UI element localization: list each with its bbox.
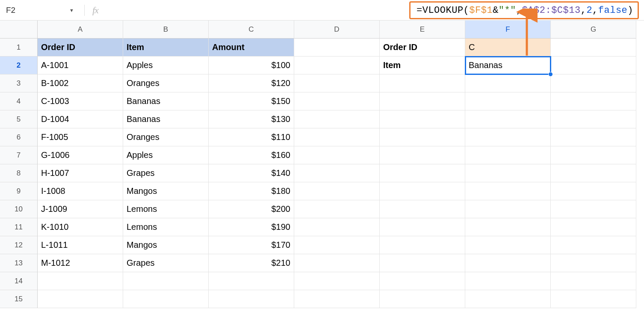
row-header-10[interactable]: 10 [0,200,38,218]
cell[interactable] [294,218,380,236]
cell[interactable] [465,128,551,146]
lookup-label-item[interactable]: Item [380,56,465,74]
column-header-D[interactable]: D [294,21,380,39]
cell-order-id[interactable]: B-1002 [38,74,123,92]
cell[interactable] [209,290,294,308]
row-header-3[interactable]: 3 [0,74,38,92]
row-header-15[interactable]: 15 [0,290,38,308]
cell-amount[interactable]: $150 [209,92,294,110]
cell[interactable] [465,182,551,200]
row-header-4[interactable]: 4 [0,92,38,110]
column-header-C[interactable]: C [209,21,294,39]
row-header-13[interactable]: 13 [0,254,38,272]
cell[interactable] [294,236,380,254]
column-header-B[interactable]: B [123,21,209,39]
column-header-G[interactable]: G [551,21,636,39]
cell[interactable] [294,272,380,290]
cell-order-id[interactable]: M-1012 [38,254,123,272]
cell[interactable] [380,74,465,92]
cell[interactable] [294,110,380,128]
row-header-14[interactable]: 14 [0,272,38,290]
cell-order-id[interactable]: D-1004 [38,110,123,128]
lookup-input-value[interactable]: C [465,39,551,56]
cell-amount[interactable]: $190 [209,218,294,236]
name-box-dropdown-icon[interactable]: ▼ [69,8,74,13]
row-header-5[interactable]: 5 [0,110,38,128]
cell[interactable] [294,74,380,92]
row-header-1[interactable]: 1 [0,39,38,56]
cell[interactable] [551,92,636,110]
cell[interactable] [465,74,551,92]
header-item[interactable]: Item [123,39,209,56]
cell[interactable] [465,272,551,290]
cell-item[interactable]: Oranges [123,74,209,92]
cell[interactable] [294,290,380,308]
cell[interactable] [294,254,380,272]
row-header-11[interactable]: 11 [0,218,38,236]
cell[interactable] [294,146,380,164]
cell[interactable] [380,164,465,182]
cell[interactable] [551,164,636,182]
spreadsheet-grid[interactable]: ABCDEFG1Order IDItemAmountOrder IDC2A-10… [0,21,644,308]
cell[interactable] [380,236,465,254]
cell-amount[interactable]: $110 [209,128,294,146]
cell-amount[interactable]: $100 [209,56,294,74]
cell-amount[interactable]: $170 [209,236,294,254]
cell[interactable] [465,92,551,110]
cell-order-id[interactable]: G-1006 [38,146,123,164]
cell[interactable] [123,272,209,290]
cell[interactable] [294,92,380,110]
cell[interactable] [294,39,380,56]
select-all-corner[interactable] [0,21,38,39]
cell-order-id[interactable]: A-1001 [38,56,123,74]
cell-amount[interactable]: $180 [209,182,294,200]
cell-item[interactable]: Apples [123,56,209,74]
cell[interactable] [294,128,380,146]
cell-order-id[interactable]: I-1008 [38,182,123,200]
cell-order-id[interactable]: F-1005 [38,128,123,146]
selection-handle[interactable] [548,72,553,77]
cell[interactable] [380,128,465,146]
cell[interactable] [551,200,636,218]
cell[interactable] [380,92,465,110]
cell-amount[interactable]: $140 [209,164,294,182]
cell[interactable] [380,290,465,308]
cell[interactable] [294,200,380,218]
row-header-9[interactable]: 9 [0,182,38,200]
cell[interactable] [380,146,465,164]
cell[interactable] [465,218,551,236]
cell-amount[interactable]: $200 [209,200,294,218]
cell[interactable] [380,110,465,128]
cell[interactable] [551,236,636,254]
cell[interactable] [551,146,636,164]
cell-order-id[interactable]: L-1011 [38,236,123,254]
row-header-2[interactable]: 2 [0,56,38,74]
cell[interactable] [551,254,636,272]
cell-item[interactable]: Lemons [123,218,209,236]
cell[interactable] [465,290,551,308]
name-box[interactable]: F2 [4,6,64,15]
cell[interactable] [551,39,636,56]
row-header-8[interactable]: 8 [0,164,38,182]
cell[interactable] [465,110,551,128]
cell[interactable] [465,146,551,164]
column-header-A[interactable]: A [38,21,123,39]
cell[interactable] [380,200,465,218]
cell-item[interactable]: Grapes [123,254,209,272]
cell-item[interactable]: Bananas [123,92,209,110]
cell[interactable] [551,218,636,236]
cell-order-id[interactable]: J-1009 [38,200,123,218]
cell[interactable] [123,290,209,308]
lookup-result-value[interactable]: Bananas [465,56,551,74]
row-header-12[interactable]: 12 [0,236,38,254]
cell[interactable] [551,182,636,200]
cell[interactable] [551,74,636,92]
cell[interactable] [551,272,636,290]
cell[interactable] [465,236,551,254]
column-header-E[interactable]: E [380,21,465,39]
cell-amount[interactable]: $160 [209,146,294,164]
cell-amount[interactable]: $210 [209,254,294,272]
cell[interactable] [551,128,636,146]
cell-amount[interactable]: $120 [209,74,294,92]
column-header-F[interactable]: F [465,21,551,39]
